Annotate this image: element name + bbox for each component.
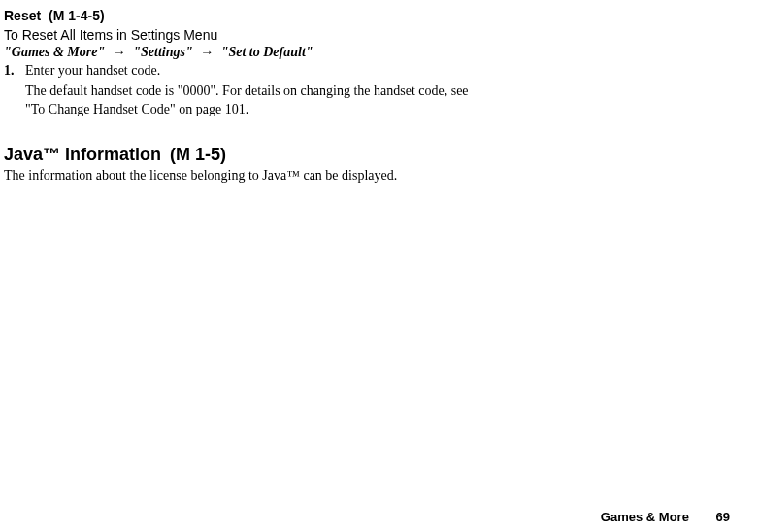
step-number: 1. xyxy=(4,62,25,119)
arrow-icon: → xyxy=(113,45,126,59)
step-body: Enter your handset code. The default han… xyxy=(25,62,470,119)
page-content: Reset (M 1-4-5) To Reset All Items in Se… xyxy=(4,8,470,185)
java-code: (M 1-5) xyxy=(170,145,226,164)
reset-code: (M 1-4-5) xyxy=(49,8,105,23)
java-section: Java™ Information (M 1-5) The informatio… xyxy=(4,145,470,185)
nav-part2: "Settings" xyxy=(133,45,192,59)
step-detail: The default handset code is "0000". For … xyxy=(25,83,470,119)
page-number: 69 xyxy=(716,510,730,524)
java-body: The information about the license belong… xyxy=(4,167,470,185)
nav-part3: "Set to Default" xyxy=(221,45,314,59)
reset-heading: Reset (M 1-4-5) xyxy=(4,8,470,23)
step-item: 1. Enter your handset code. The default … xyxy=(4,62,470,119)
java-title: Java™ Information xyxy=(4,145,161,164)
reset-title: Reset xyxy=(4,8,41,23)
step-text: Enter your handset code. xyxy=(25,62,470,81)
java-heading: Java™ Information (M 1-5) xyxy=(4,145,470,165)
footer-label: Games & More xyxy=(601,510,689,524)
reset-subtitle: To Reset All Items in Settings Menu xyxy=(4,27,470,43)
navigation-path: "Games & More" → "Settings" → "Set to De… xyxy=(4,45,470,60)
page-footer: Games & More 69 xyxy=(601,510,730,524)
nav-part1: "Games & More" xyxy=(4,45,105,59)
arrow-icon: → xyxy=(200,45,214,59)
